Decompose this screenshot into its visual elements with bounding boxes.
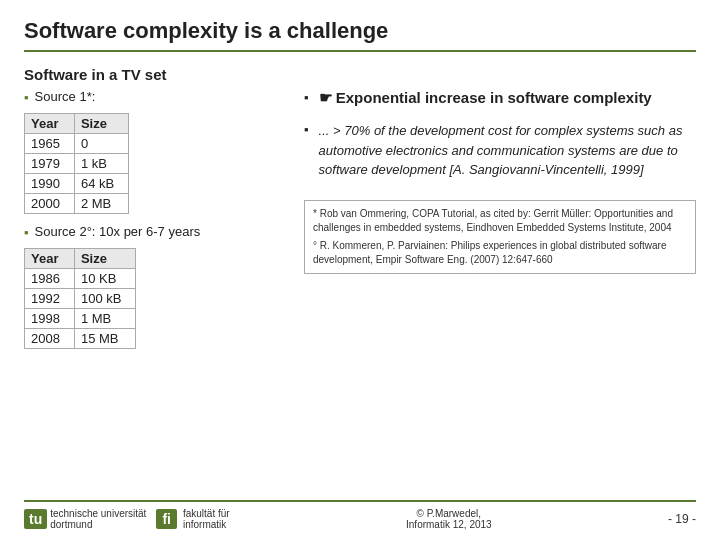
fi-mark: fi — [156, 509, 177, 529]
cost-text: ... > 70% of the development cost for co… — [319, 121, 696, 180]
table2-header-year: Year — [25, 249, 75, 269]
table-row: 19650 — [25, 134, 129, 154]
right-column: ▪ ☛ Exponential increase in software com… — [300, 89, 696, 494]
table1-header-year: Year — [25, 114, 75, 134]
footer-right: - 19 - — [668, 512, 696, 526]
page-number: - 19 - — [668, 512, 696, 526]
footer-left: tu technische universität dortmund fi fa… — [24, 508, 230, 530]
bullet-source2-text: Source 2°: 10x per 6-7 years — [35, 224, 201, 239]
footer-fak: fakultät für informatik — [183, 508, 230, 530]
bullet-source1-text: Source 1*: — [35, 89, 96, 104]
table2-header-size: Size — [74, 249, 135, 269]
cost-bullet: ▪ ... > 70% of the development cost for … — [304, 121, 696, 180]
footer-uni: technische universität dortmund — [50, 508, 146, 530]
bullet-source1: ▪ Source 1*: — [24, 89, 284, 105]
table-row: 198610 KB — [25, 269, 136, 289]
table1-header-size: Size — [74, 114, 128, 134]
left-column: ▪ Source 1*: Year Size 1965019791 kB1990… — [24, 89, 284, 494]
table-row: 19791 kB — [25, 154, 129, 174]
table-row: 19981 MB — [25, 309, 136, 329]
citation1: * Rob van Ommering, COPA Tutorial, as ci… — [313, 207, 687, 235]
table2: Year Size 198610 KB1992100 kB19981 MB200… — [24, 248, 136, 349]
bullet-marker-2: ▪ — [24, 225, 29, 240]
table-row: 199064 kB — [25, 174, 129, 194]
tu-box: tu — [24, 509, 47, 529]
tu-logo: tu technische universität dortmund — [24, 508, 146, 530]
fi-logo: fi fakultät für informatik — [156, 508, 229, 530]
exponential-text: ☛ Exponential increase in software compl… — [319, 89, 652, 107]
table-row: 20002 MB — [25, 194, 129, 214]
section-title: Software in a TV set — [24, 66, 696, 83]
bullet-source2: ▪ Source 2°: 10x per 6-7 years — [24, 224, 284, 240]
slide: Software complexity is a challenge Softw… — [0, 0, 720, 540]
table-row: 200815 MB — [25, 329, 136, 349]
exponential-statement: ▪ ☛ Exponential increase in software com… — [304, 89, 696, 107]
citation-box: * Rob van Ommering, COPA Tutorial, as ci… — [304, 200, 696, 274]
bullet-marker-cost: ▪ — [304, 122, 309, 137]
citation2: ° R. Kommeren, P. Parviainen: Philips ex… — [313, 239, 687, 267]
bullet-marker-1: ▪ — [24, 90, 29, 105]
bullet-marker-expo: ▪ — [304, 90, 309, 105]
table1: Year Size 1965019791 kB199064 kB20002 MB — [24, 113, 129, 214]
footer: tu technische universität dortmund fi fa… — [24, 500, 696, 530]
footer-center: © P.Marwedel, Informatik 12, 2013 — [406, 508, 492, 530]
slide-title: Software complexity is a challenge — [24, 18, 696, 52]
content-area: ▪ Source 1*: Year Size 1965019791 kB1990… — [24, 89, 696, 494]
table-row: 1992100 kB — [25, 289, 136, 309]
